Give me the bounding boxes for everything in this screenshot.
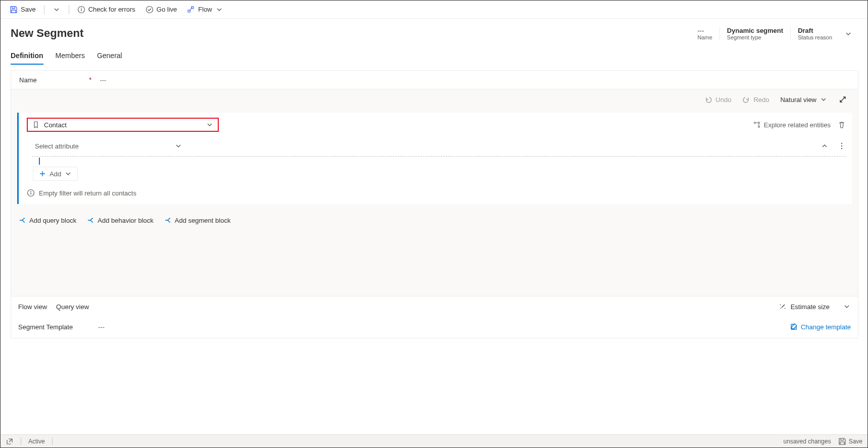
template-label: Segment Template	[18, 323, 73, 331]
svg-point-12	[30, 191, 31, 192]
separator	[44, 5, 44, 14]
separator	[21, 438, 21, 445]
separator	[69, 5, 69, 14]
go-live-label: Go live	[157, 6, 177, 13]
chevron-down-icon	[174, 142, 182, 150]
flow-button[interactable]: Flow	[183, 4, 227, 16]
change-template-button[interactable]: Change template	[790, 323, 851, 331]
divider	[32, 156, 846, 157]
template-row: Segment Template --- Change template	[11, 314, 858, 338]
flow-branch-icon	[164, 216, 172, 224]
status-segment-type: Dynamic segment Segment type	[719, 27, 790, 40]
magic-icon	[779, 303, 787, 311]
tab-general[interactable]: General	[97, 52, 122, 65]
flow-branch-icon	[18, 216, 26, 224]
name-input[interactable]: ---	[100, 76, 106, 84]
svg-point-9	[841, 145, 842, 146]
query-view-link[interactable]: Query view	[56, 303, 89, 311]
plus-icon	[38, 170, 46, 178]
info-icon	[77, 6, 85, 14]
save-button[interactable]: Save	[6, 4, 40, 16]
svg-rect-3	[188, 10, 190, 12]
attribute-row: Select attribute	[33, 139, 846, 153]
command-bar: Save Check for errors Go live Flow	[1, 1, 867, 19]
popout-icon	[6, 437, 14, 445]
empty-filter-message: Empty filter will return all contacts	[27, 189, 846, 197]
block-header: Contact Explore related entities	[27, 118, 846, 132]
estimate-size-button[interactable]: Estimate size	[779, 303, 851, 311]
more-icon[interactable]	[838, 142, 846, 150]
designer-area: Undo Redo Natural view	[11, 89, 858, 338]
delete-block-button[interactable]	[838, 121, 846, 129]
undo-icon	[704, 95, 712, 104]
tabs: Definition Members General	[1, 42, 867, 65]
unsaved-changes: unsaved changes	[784, 438, 831, 445]
expand-header-button[interactable]	[839, 27, 857, 42]
flow-icon	[187, 6, 195, 14]
attribute-select[interactable]: Select attribute	[33, 139, 184, 153]
chevron-down-icon	[844, 30, 852, 38]
chevron-down-icon	[53, 6, 61, 14]
svg-point-5	[754, 122, 755, 124]
tab-members[interactable]: Members	[56, 52, 85, 65]
check-errors-button[interactable]: Check for errors	[73, 4, 139, 16]
edit-icon	[790, 323, 798, 331]
save-icon	[838, 437, 846, 445]
svg-point-8	[841, 143, 842, 144]
status-name: --- Name	[691, 27, 719, 40]
separator	[52, 438, 53, 445]
chevron-down-icon	[206, 121, 214, 129]
expand-icon	[839, 95, 847, 104]
template-value: ---	[98, 323, 105, 331]
undo-button[interactable]: Undo	[700, 93, 735, 106]
chevron-down-icon	[843, 303, 851, 311]
tab-definition[interactable]: Definition	[11, 52, 43, 65]
fullscreen-button[interactable]	[835, 93, 851, 106]
info-icon	[27, 189, 35, 197]
redo-button[interactable]: Redo	[738, 93, 773, 106]
save-dropdown[interactable]	[49, 4, 65, 16]
connector-line	[39, 158, 40, 165]
chevron-down-icon	[215, 6, 223, 14]
name-label: Name	[19, 76, 85, 84]
sitemap-icon	[753, 121, 761, 129]
go-live-button[interactable]: Go live	[141, 4, 181, 16]
redo-icon	[742, 95, 750, 104]
svg-point-10	[841, 148, 842, 149]
check-icon	[146, 6, 154, 14]
entity-label: Contact	[44, 121, 67, 129]
add-query-block-button[interactable]: Add query block	[18, 216, 76, 224]
designer-toolbar: Undo Redo Natural view	[11, 89, 858, 110]
trash-icon	[838, 121, 846, 129]
page-header: New Segment --- Name Dynamic segment Seg…	[1, 19, 867, 42]
footer-save-button[interactable]: Save	[838, 437, 862, 445]
block-actions: Explore related entities	[753, 121, 846, 129]
status-group: --- Name Dynamic segment Segment type Dr…	[691, 27, 857, 42]
views-row: Flow view Query view Estimate size	[11, 296, 858, 314]
chevron-down-icon	[819, 95, 828, 104]
bookmark-icon	[32, 121, 40, 129]
check-errors-label: Check for errors	[88, 6, 135, 13]
save-icon	[10, 6, 18, 14]
add-behavior-block-button[interactable]: Add behavior block	[86, 216, 154, 224]
content-scroll[interactable]: Name * --- Undo Redo	[3, 70, 865, 420]
required-indicator: *	[89, 76, 91, 84]
flow-branch-icon	[86, 216, 94, 224]
name-field-row: Name * ---	[11, 71, 858, 89]
chevron-down-icon	[64, 170, 72, 178]
svg-point-1	[81, 8, 82, 9]
record-status: Active	[28, 438, 45, 445]
flow-view-link[interactable]: Flow view	[18, 303, 47, 311]
add-blocks-row: Add query block Add behavior block Add s…	[11, 210, 858, 230]
popout-button[interactable]	[6, 437, 14, 445]
add-condition-button[interactable]: Add	[33, 167, 78, 181]
view-mode-select[interactable]: Natural view	[776, 93, 832, 106]
attribute-actions	[821, 142, 846, 150]
add-segment-block-button[interactable]: Add segment block	[164, 216, 231, 224]
query-block: Contact Explore related entities	[17, 113, 852, 204]
chevron-up-icon[interactable]	[821, 142, 829, 150]
svg-point-6	[758, 122, 759, 124]
entity-select[interactable]: Contact	[27, 118, 219, 132]
form-panel: Name * --- Undo Redo	[11, 70, 858, 338]
explore-related-button[interactable]: Explore related entities	[753, 121, 831, 129]
